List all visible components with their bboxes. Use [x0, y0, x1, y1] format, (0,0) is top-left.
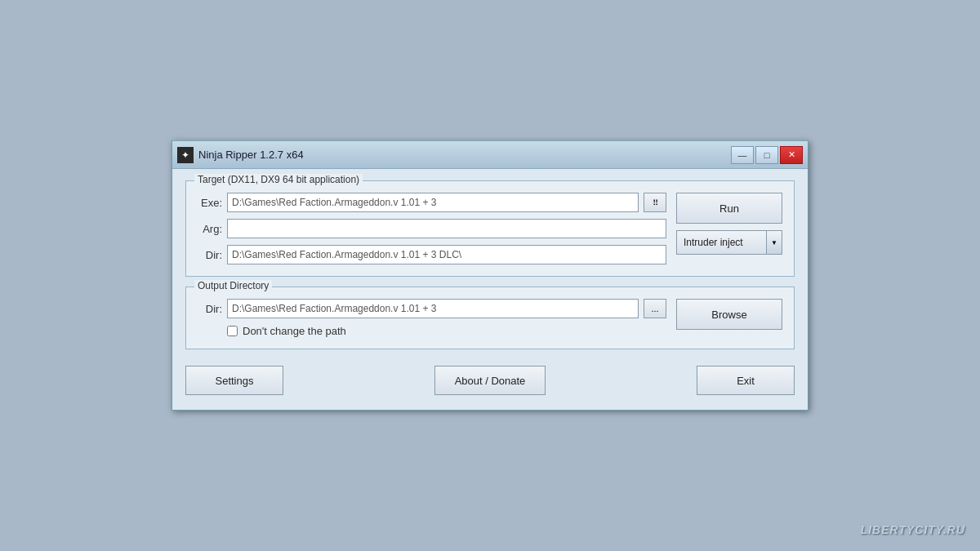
watermark: LIBERTYCITY.RU	[861, 523, 965, 536]
target-side-buttons: Run Intruder inject ▼	[676, 193, 782, 255]
target-form-fields: Exe: ⠿ Arg: Dir:	[198, 193, 666, 264]
title-bar: ✦ Ninja Ripper 1.2.7 x64 — □ ✕	[172, 141, 808, 169]
about-donate-button[interactable]: About / Donate	[434, 366, 546, 395]
inject-combo: Intruder inject ▼	[676, 230, 782, 255]
exe-input[interactable]	[227, 193, 639, 212]
inject-dropdown-button[interactable]: ▼	[766, 230, 782, 255]
target-dir-row: Dir:	[198, 245, 666, 264]
output-browse-small-button[interactable]: ...	[644, 299, 666, 318]
bottom-center-buttons: About / Donate	[434, 366, 546, 395]
exe-label: Exe:	[198, 197, 222, 209]
exit-button[interactable]: Exit	[697, 366, 795, 395]
output-group: Output Directory Dir: ... Don't change t…	[185, 287, 795, 349]
exe-browse-button[interactable]: ⠿	[644, 193, 666, 212]
exe-row: Exe: ⠿	[198, 193, 666, 212]
inject-arrow-icon: ▼	[771, 239, 777, 247]
output-form-fields: Dir: ... Don't change the path	[198, 299, 666, 337]
browse-small-icon: ⠿	[653, 198, 658, 207]
main-window: ✦ Ninja Ripper 1.2.7 x64 — □ ✕ Target (D…	[172, 140, 808, 411]
target-dir-label: Dir:	[198, 249, 222, 261]
title-bar-left: ✦ Ninja Ripper 1.2.7 x64	[177, 147, 304, 163]
bottom-buttons-row: Settings About / Donate Exit	[185, 359, 795, 398]
output-group-legend: Output Directory	[194, 280, 272, 291]
window-title: Ninja Ripper 1.2.7 x64	[198, 149, 304, 161]
output-dir-row: Dir: ...	[198, 299, 666, 318]
window-controls: — □ ✕	[731, 146, 803, 164]
inject-mode-button[interactable]: Intruder inject	[676, 230, 766, 255]
minimize-button[interactable]: —	[731, 146, 754, 164]
app-icon: ✦	[177, 147, 194, 163]
output-dir-label: Dir:	[198, 303, 222, 315]
arg-label: Arg:	[198, 223, 222, 235]
target-dir-input[interactable]	[227, 245, 666, 264]
run-button[interactable]: Run	[676, 193, 782, 224]
checkbox-row: Don't change the path	[227, 325, 666, 337]
browse-button[interactable]: Browse	[676, 299, 782, 330]
output-group-inner: Dir: ... Don't change the path Browse	[198, 299, 782, 337]
settings-button[interactable]: Settings	[185, 366, 283, 395]
dont-change-path-checkbox[interactable]	[227, 326, 238, 336]
target-group-inner: Exe: ⠿ Arg: Dir:	[198, 193, 782, 264]
dont-change-path-label: Don't change the path	[243, 325, 346, 337]
arg-row: Arg:	[198, 219, 666, 238]
output-dir-input[interactable]	[227, 299, 639, 318]
window-body: Target (DX11, DX9 64 bit application) Ex…	[172, 169, 808, 410]
arg-input[interactable]	[227, 219, 666, 238]
target-group-legend: Target (DX11, DX9 64 bit application)	[194, 174, 363, 185]
output-side-buttons: Browse	[676, 299, 782, 330]
target-group: Target (DX11, DX9 64 bit application) Ex…	[185, 180, 795, 277]
close-button[interactable]: ✕	[780, 146, 803, 164]
maximize-button[interactable]: □	[755, 146, 778, 164]
